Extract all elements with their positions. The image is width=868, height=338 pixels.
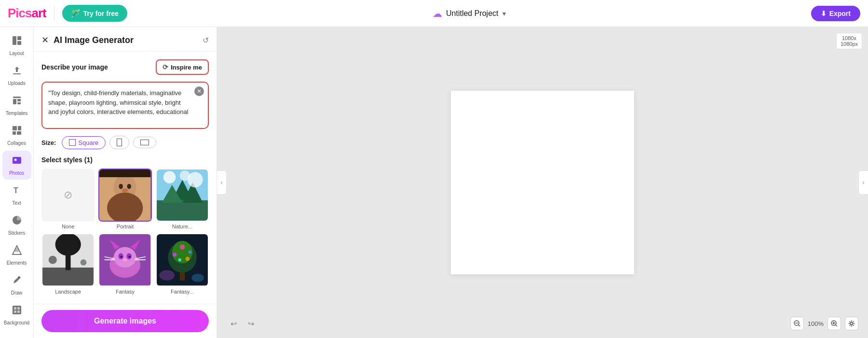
icon-bar: Layout Uploads Templates Collages Photos xyxy=(0,27,34,338)
sidebar-item-background[interactable]: Background xyxy=(2,300,31,329)
undo-button[interactable]: ↩ xyxy=(227,317,240,330)
styles-grid: ⊘ None xyxy=(41,169,209,295)
try-free-button[interactable]: 🪄 Try for free xyxy=(62,5,127,22)
clear-prompt-button[interactable]: ✕ xyxy=(194,86,204,96)
sidebar-item-layout[interactable]: Layout xyxy=(2,31,31,60)
describe-label: Describe your image xyxy=(41,63,108,71)
style-name-portrait: Portrait xyxy=(117,224,134,229)
prompt-box-wrapper: "Toy design, child-friendly materials, i… xyxy=(41,82,209,129)
svg-line-73 xyxy=(835,324,837,326)
sidebar-item-uploads[interactable]: Uploads xyxy=(2,61,31,90)
size-portrait-button[interactable] xyxy=(109,136,129,149)
ai-image-panel: ✕ AI Image Generator ↺ Describe your ima… xyxy=(34,27,217,338)
style-name-none: None xyxy=(62,224,74,229)
chevron-down-icon: ▾ xyxy=(502,10,506,17)
project-title: Untitled Project xyxy=(446,9,499,18)
uploads-label: Uploads xyxy=(8,81,26,86)
sidebar-item-stickers[interactable]: Stickers xyxy=(2,211,31,239)
sidebar-item-elements[interactable]: Elements xyxy=(2,240,31,269)
svg-point-76 xyxy=(851,323,853,325)
export-label: Export xyxy=(829,10,851,17)
style-item-portrait[interactable]: Portrait xyxy=(98,169,151,229)
svg-point-67 xyxy=(159,270,175,281)
style-name-landscape: Landscape xyxy=(55,289,81,295)
zoom-in-button[interactable] xyxy=(827,317,841,330)
panel-title: AI Image Generator xyxy=(54,35,134,45)
export-button[interactable]: ⬇ Export xyxy=(811,6,860,21)
picsart-logo: Picsart xyxy=(8,6,46,21)
collages-label: Collages xyxy=(7,141,26,146)
svg-rect-22 xyxy=(17,310,20,313)
size-square-label: Square xyxy=(78,139,98,146)
svg-point-53 xyxy=(123,258,127,261)
styles-grid-wrapper: ⊘ None xyxy=(41,169,209,295)
draw-icon xyxy=(12,275,22,288)
zoom-out-button[interactable] xyxy=(790,317,804,330)
text-icon: T xyxy=(12,185,22,198)
svg-rect-18 xyxy=(13,306,21,314)
size-options: Square xyxy=(62,136,156,149)
svg-rect-9 xyxy=(18,126,21,130)
generate-images-button[interactable]: Generate images xyxy=(41,310,209,332)
collapse-panel-button[interactable]: ‹ xyxy=(217,170,227,195)
size-square-button[interactable]: Square xyxy=(62,136,106,149)
canvas-size-badge: 1080x1080px xyxy=(836,33,862,49)
style-item-fantasy[interactable]: Fantasy xyxy=(98,233,151,294)
inspire-me-button[interactable]: ⟳ Inspire me xyxy=(156,59,209,75)
collapse-right-button[interactable]: › xyxy=(858,170,868,195)
sidebar-item-photos[interactable]: Photos xyxy=(2,151,31,180)
layout-label: Layout xyxy=(9,51,24,56)
sidebar-item-collages[interactable]: Collages xyxy=(2,121,31,150)
svg-rect-19 xyxy=(14,307,16,310)
redo-button[interactable]: ↪ xyxy=(244,317,258,330)
svg-rect-31 xyxy=(157,200,208,221)
svg-point-51 xyxy=(121,256,122,258)
size-landscape-button[interactable] xyxy=(133,137,156,148)
svg-rect-29 xyxy=(99,169,150,177)
svg-point-62 xyxy=(173,253,177,257)
svg-point-52 xyxy=(129,256,131,258)
style-thumb-nature xyxy=(156,169,209,222)
try-free-label: Try for free xyxy=(83,10,119,17)
style-name-fantasy: Fantasy xyxy=(116,289,135,295)
style-thumb-none: ⊘ xyxy=(41,169,95,222)
svg-point-41 xyxy=(55,234,81,256)
history-icon[interactable]: ↺ xyxy=(203,36,209,45)
canvas-settings-button[interactable] xyxy=(845,317,858,330)
stickers-label: Stickers xyxy=(8,230,26,236)
sidebar-item-templates[interactable]: Templates xyxy=(2,91,31,120)
prompt-textarea[interactable]: "Toy design, child-friendly materials, i… xyxy=(42,83,208,126)
style-item-none[interactable]: ⊘ None xyxy=(41,169,95,229)
sidebar-item-draw[interactable]: Draw xyxy=(2,270,31,299)
svg-rect-1 xyxy=(17,36,21,40)
elements-icon xyxy=(12,245,22,258)
topbar-divider xyxy=(54,6,54,21)
background-icon xyxy=(12,305,22,318)
close-icon[interactable]: ✕ xyxy=(41,35,49,45)
cloud-icon: ☁ xyxy=(433,8,442,19)
sidebar-item-text[interactable]: T Text xyxy=(2,181,31,210)
zoom-bar: 100% xyxy=(790,317,858,330)
portrait-icon xyxy=(117,139,122,146)
templates-icon xyxy=(12,95,22,109)
square-icon xyxy=(69,139,76,146)
style-item-nature[interactable]: Nature... xyxy=(156,169,209,229)
download-icon: ⬇ xyxy=(821,10,827,17)
svg-point-63 xyxy=(189,251,191,254)
svg-point-66 xyxy=(185,257,190,261)
style-name-fantasy2: Fantasy... xyxy=(171,289,193,295)
none-slash-icon: ⊘ xyxy=(64,189,72,201)
project-title-area[interactable]: ☁ Untitled Project ▾ xyxy=(433,8,506,19)
style-item-landscape[interactable]: Landscape xyxy=(41,233,95,294)
background-label: Background xyxy=(4,320,29,325)
magic-wand-icon: 🪄 xyxy=(71,9,81,18)
svg-rect-0 xyxy=(13,36,16,45)
collages-icon xyxy=(12,125,22,139)
style-thumb-fantasy2 xyxy=(156,233,209,286)
svg-point-64 xyxy=(180,245,185,250)
svg-rect-2 xyxy=(17,41,21,45)
canvas-white xyxy=(451,91,634,274)
svg-point-42 xyxy=(49,256,57,264)
panel-content: Describe your image ⟳ Inspire me "Toy de… xyxy=(34,52,217,304)
style-item-fantasy2[interactable]: Fantasy... xyxy=(156,233,209,294)
